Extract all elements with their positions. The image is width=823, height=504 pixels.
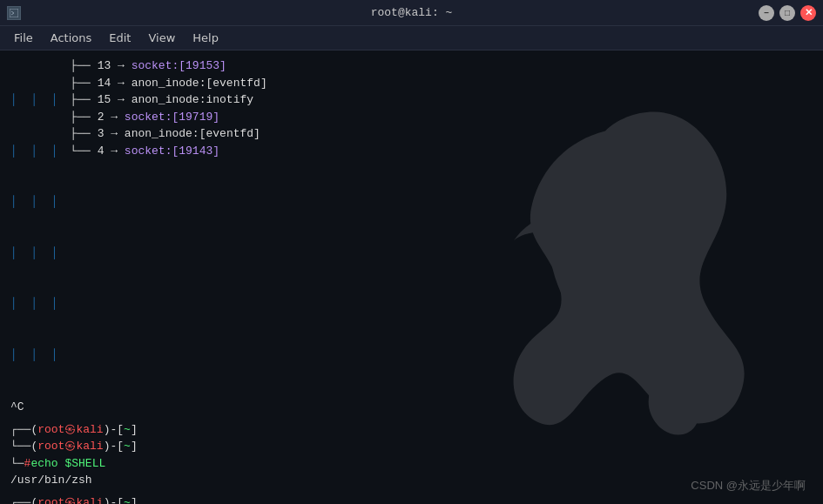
tree-entry-2: ├── 2 → socket:[19719] xyxy=(70,109,266,126)
maximize-button[interactable]: □ xyxy=(779,5,795,21)
menu-actions[interactable]: Actions xyxy=(44,29,99,47)
ctrl-c-line: ^C xyxy=(10,399,813,416)
terminal-icon xyxy=(7,6,21,20)
terminal-area[interactable]: │ │ │ │ │ │ │ │ │ │ │ │ │ │ │ │ │ │ ├── … xyxy=(0,50,823,504)
vline-3: │ │ │ xyxy=(10,193,64,211)
prompt-line-1: ┌──(root㉿kali)-[~] xyxy=(10,421,813,439)
ctrl-c-text: ^C xyxy=(10,400,24,413)
menu-edit[interactable]: Edit xyxy=(102,29,138,47)
close-button[interactable]: ✕ xyxy=(800,5,816,21)
prompt-line-2: └──(root㉿kali)-[~] xyxy=(10,438,813,455)
vline-1: │ │ │ xyxy=(10,91,64,109)
minimize-button[interactable]: – xyxy=(759,5,774,21)
tree-entry-15: ├── 15 → anon_inode:inotify xyxy=(70,91,266,109)
vline-2: │ │ │ xyxy=(10,143,64,160)
prompt-line-final-1: ┌──(root㉿kali)-[~] xyxy=(10,494,813,505)
titlebar: root@kali: ~ – □ ✕ xyxy=(0,0,823,26)
tree-entry-3: ├── 3 → anon_inode:[eventfd] xyxy=(70,125,266,143)
tree-entry-13: ├── 13 → socket:[19153] xyxy=(70,57,266,75)
menu-view[interactable]: View xyxy=(141,29,182,47)
vline-4: │ │ │ xyxy=(10,245,64,262)
command-line-echo: └─# echo $SHELL xyxy=(10,455,813,473)
tree-entry-4: └── 4 → socket:[19143] xyxy=(70,143,266,160)
window-title: root@kali: ~ xyxy=(371,6,453,19)
tree-entries: ├── 13 → socket:[19153] ├── 14 → anon_in… xyxy=(70,57,266,397)
menu-file[interactable]: File xyxy=(7,29,40,47)
titlebar-left xyxy=(7,6,21,20)
window-controls: – □ ✕ xyxy=(759,5,816,21)
tree-section: │ │ │ │ │ │ │ │ │ │ │ │ │ │ │ │ │ │ ├── … xyxy=(10,57,813,397)
menu-help[interactable]: Help xyxy=(186,29,226,47)
vline-6: │ │ │ xyxy=(10,346,64,364)
menubar: File Actions Edit View Help xyxy=(0,26,823,50)
tree-entry-14: ├── 14 → anon_inode:[eventfd] xyxy=(70,75,266,92)
vline-5: │ │ │ xyxy=(10,295,64,312)
terminal-content: │ │ │ │ │ │ │ │ │ │ │ │ │ │ │ │ │ │ ├── … xyxy=(10,57,813,504)
output-zsh: /usr/bin/zsh xyxy=(10,472,813,489)
svg-line-2 xyxy=(11,13,14,15)
